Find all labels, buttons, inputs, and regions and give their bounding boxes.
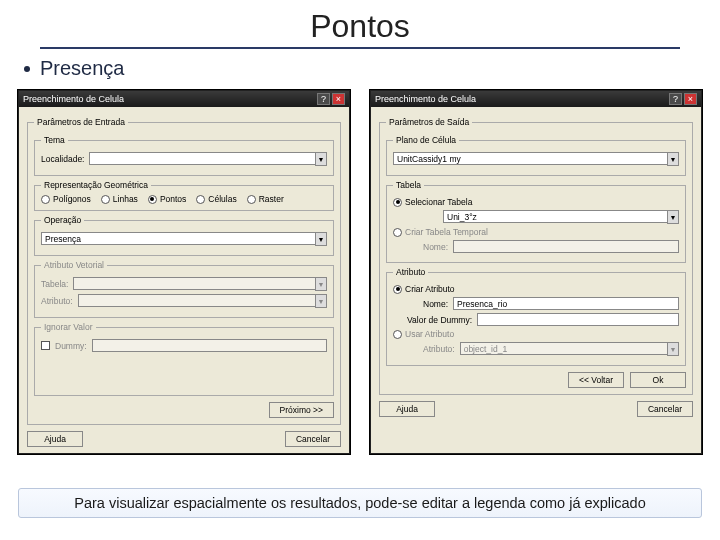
label: Tabela: [41,279,68,289]
group-label: Parâmetros de Saída [386,117,472,127]
label: Dummy: [55,341,87,351]
group-label: Tabela [393,180,424,190]
group-label: Atributo Vetorial [41,260,107,270]
operacao-value: Presença [41,232,315,245]
group-label: Atributo [393,267,428,277]
chevron-down-icon: ▼ [667,342,679,356]
ajuda-button[interactable]: Ajuda [379,401,435,417]
ajuda-button[interactable]: Ajuda [27,431,83,447]
tema-label: Localidade: [41,154,84,164]
group-representacao: Representação Geométrica Polígonos Linha… [34,180,334,211]
dummy-input [92,339,327,352]
radio-label: Selecionar Tabela [405,197,472,207]
radio-label: Células [208,194,236,204]
usar-atributo-value: object_id_1 [460,342,667,355]
titlebar: Preenchimento de Celula ? × [19,91,349,107]
titlebar: Preenchimento de Celula ? × [371,91,701,107]
radio-usar-atributo[interactable]: Usar Atributo [393,329,679,339]
plano-value: UnitCassidy1 my [393,152,667,165]
tabela-select-value: Uni_3°z [443,210,667,223]
group-ignorar-valor: Ignorar Valor Dummy: [34,322,334,396]
help-icon[interactable]: ? [317,93,330,105]
group-label: Tema [41,135,68,145]
chevron-down-icon[interactable]: ▼ [667,152,679,166]
radio-label: Polígonos [53,194,91,204]
label: Nome: [423,299,448,309]
group-parametros-entrada: Parâmetros de Entrada Tema Localidade: ▼… [27,117,341,425]
radio-label: Pontos [160,194,186,204]
group-tema: Tema Localidade: ▼ [34,135,334,176]
voltar-button[interactable]: << Voltar [568,372,624,388]
cancelar-button[interactable]: Cancelar [285,431,341,447]
chevron-down-icon[interactable]: ▼ [315,152,327,166]
atributo-dropdown: ▼ [78,294,327,308]
group-label: Operação [41,215,84,225]
nome-temporal-input [453,240,679,253]
dialog-preenchimento-2: Preenchimento de Celula ? × Parâmetros d… [370,90,702,454]
radio-celulas[interactable]: Células [196,194,236,204]
ignorar-checkbox [41,341,50,350]
tabela-dropdown: ▼ [73,277,327,291]
chevron-down-icon[interactable]: ▼ [315,232,327,246]
bullet-item: Presença [24,57,720,80]
bullet-list: Presença [24,57,720,80]
chevron-down-icon[interactable]: ▼ [667,210,679,224]
group-label: Parâmetros de Entrada [34,117,128,127]
radio-label: Raster [259,194,284,204]
chevron-down-icon: ▼ [315,294,327,308]
group-operacao: Operação Presença ▼ [34,215,334,256]
radio-criar-temporal[interactable]: Criar Tabela Temporal [393,227,679,237]
tema-value [89,152,315,165]
group-plano-celula: Plano de Célula UnitCassidy1 my ▼ [386,135,686,176]
label: Nome: [423,242,448,252]
dialog-title: Preenchimento de Celula [375,94,476,104]
group-tabela: Tabela Selecionar Tabela Uni_3°z ▼ Criar [386,180,686,263]
close-icon[interactable]: × [332,93,345,105]
radio-criar-atributo[interactable]: Criar Atributo [393,284,679,294]
plano-dropdown[interactable]: UnitCassidy1 my ▼ [393,152,679,166]
cancelar-button[interactable]: Cancelar [637,401,693,417]
usar-atributo-dropdown: object_id_1 ▼ [460,342,679,356]
radio-linhas[interactable]: Linhas [101,194,138,204]
radio-label: Criar Atributo [405,284,455,294]
group-label: Representação Geométrica [41,180,151,190]
radio-raster[interactable]: Raster [247,194,284,204]
chevron-down-icon: ▼ [315,277,327,291]
tema-dropdown[interactable]: ▼ [89,152,327,166]
radio-label: Linhas [113,194,138,204]
group-label: Ignorar Valor [41,322,96,332]
close-icon[interactable]: × [684,93,697,105]
bullet-text: Presença [40,57,125,80]
ok-button[interactable]: Ok [630,372,686,388]
bullet-dot-icon [24,66,30,72]
help-icon[interactable]: ? [669,93,682,105]
radio-poligonos[interactable]: Polígonos [41,194,91,204]
proximo-button[interactable]: Próximo >> [269,402,334,418]
group-atributo: Atributo Criar Atributo Nome: Presenca_r… [386,267,686,366]
radio-label: Criar Tabela Temporal [405,227,488,237]
dialog-preenchimento-1: Preenchimento de Celula ? × Parâmetros d… [18,90,350,454]
group-parametros-saida: Parâmetros de Saída Plano de Célula Unit… [379,117,693,395]
valor-dummy-input[interactable] [477,313,679,326]
slide-title: Pontos [40,8,680,49]
tabela-select-dropdown[interactable]: Uni_3°z ▼ [443,210,679,224]
radio-pontos[interactable]: Pontos [148,194,186,204]
operacao-dropdown[interactable]: Presença ▼ [41,232,327,246]
dialogs-area: Preenchimento de Celula ? × Parâmetros d… [0,80,720,454]
atributo-nome-input[interactable]: Presenca_rio [453,297,679,310]
dialog-title: Preenchimento de Celula [23,94,124,104]
group-label: Plano de Célula [393,135,459,145]
label: Atributo: [41,296,73,306]
group-atributo-vetorial: Atributo Vetorial Tabela: ▼ Atributo: ▼ [34,260,334,318]
label: Atributo: [423,344,455,354]
label: Valor de Dummy: [407,315,472,325]
radio-selecionar-tabela[interactable]: Selecionar Tabela [393,197,679,207]
footer-note: Para visualizar espacialmente os resulta… [18,488,702,518]
radio-label: Usar Atributo [405,329,454,339]
